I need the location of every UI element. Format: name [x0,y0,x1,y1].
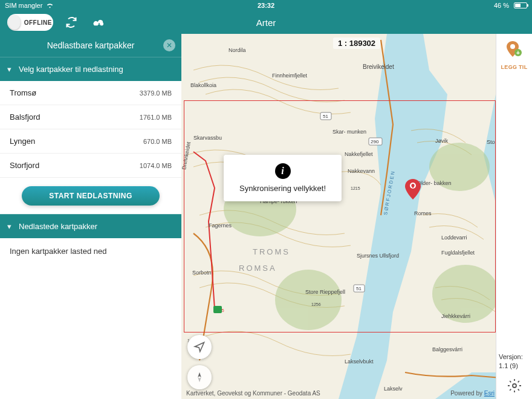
locate-button[interactable] [187,335,212,359]
version-info: Versjon:1.1 (9) [499,352,530,370]
clock: 23:32 [258,2,274,9]
sidebar: Nedlastbare kartpakker ✕ ▾ Velg kartpakk… [0,34,181,399]
esri-link[interactable]: Esri [484,390,495,397]
svg-text:51: 51 [323,114,328,119]
svg-text:+: + [516,50,520,56]
svg-text:Sjursnes
Ullsfjord: Sjursnes Ullsfjord [357,253,399,259]
chevron-down-icon: ▾ [7,65,11,74]
app-title: Arter [256,18,276,28]
chevron-down-icon: ▾ [7,222,11,231]
start-download-button[interactable]: START NEDLASTNING [22,186,160,206]
svg-text:Fagernes: Fagernes [209,222,232,229]
offline-label: OFFLINE [24,19,52,26]
battery-pct: 46 % [494,2,509,9]
close-sidebar-button[interactable]: ✕ [163,39,175,51]
map-attribution: Kartverket, Geovekst og Kommuner - Geoda… [186,390,320,397]
package-item[interactable]: Lyngen 670.0 MB [0,129,181,154]
svg-text:Breivikeidet: Breivikeidet [363,63,394,70]
empty-message: Ingen kartpakker lasted ned [0,238,181,264]
svg-text:Romes: Romes [414,210,432,216]
popup-text: Synkronisering vellykket! [239,184,326,193]
svg-text:Store
Rieppefjell: Store Rieppefjell [305,289,345,295]
package-item[interactable]: Balsfjord 1761.0 MB [0,105,181,129]
add-feature-button[interactable]: + LEGG TIL [496,34,532,77]
svg-text:1215: 1215 [351,186,360,190]
map-scale: 1 : 189302 [333,37,380,49]
info-icon: i [275,163,291,179]
svg-marker-46 [198,372,201,377]
powered-by: Powered by Esri [450,390,495,397]
svg-text:Skar-
munken: Skar- munken [332,129,366,135]
svg-text:Sorbotn: Sorbotn [192,270,212,276]
svg-point-2 [275,270,342,330]
top-toolbar: OFFLINE Arter [0,11,532,34]
cloud-download-button[interactable] [89,13,109,32]
svg-text:Lakselv: Lakselv [384,386,403,392]
right-rail: + LEGG TIL Versjon:1.1 (9) [496,34,532,399]
svg-text:1256: 1256 [311,302,321,307]
svg-text:Loddevarri: Loddevarri [441,235,467,241]
wifi-icon [46,2,54,8]
compass-button[interactable] [187,365,212,389]
svg-point-51 [513,384,516,388]
svg-point-48 [510,44,515,49]
svg-text:Blakollkoia: Blakollkoia [190,82,216,88]
map-marker[interactable] [405,179,421,202]
battery-icon [514,2,527,8]
sidebar-header: Nedlastbare kartpakker ✕ [0,34,181,57]
svg-text:Balggesvárri: Balggesvárri [432,346,462,352]
svg-text:Lakselvbukt: Lakselvbukt [345,358,374,365]
carrier-text: SIM mangler [5,2,42,9]
svg-rect-44 [213,306,222,313]
map[interactable]: Blakollkoia Nordila Finnheimfjellet Brei… [181,34,532,399]
svg-text:TROMS: TROMS [253,247,290,256]
status-bar: SIM mangler 23:32 46 % [0,0,532,11]
svg-marker-47 [198,377,201,382]
svg-text:51: 51 [356,286,362,291]
svg-text:Older-
bakken: Older- bakken [417,180,452,186]
svg-text:Nakkefjellet: Nakkefjellet [345,151,373,157]
package-item[interactable]: Storfjord 1074.0 MB [0,154,181,178]
package-item[interactable]: Tromsø 3379.0 MB [0,81,181,105]
svg-text:ROMSA: ROMSA [239,264,277,273]
svg-text:Jiehkkevárri: Jiehkkevárri [441,313,470,319]
offline-toggle[interactable]: OFFLINE [7,14,53,31]
settings-button[interactable] [496,378,532,393]
svg-text:Nakkevann: Nakkevann [348,168,375,174]
sidebar-title: Nedlastbare kartpakker [47,41,135,50]
map-canvas[interactable]: Blakollkoia Nordila Finnheimfjellet Brei… [181,34,532,399]
svg-text:290: 290 [371,139,379,144]
sync-success-popup: i Synkronisering vellykket! [224,155,342,201]
section-available[interactable]: ▾ Velg kartpakker til nedlastning [0,57,181,81]
svg-text:Skarvassbu: Skarvassbu [193,135,222,141]
svg-text:Fugldalsfjellet: Fugldalsfjellet [441,250,475,256]
svg-text:Jøvik: Jøvik [435,138,448,144]
svg-text:Nordila: Nordila [229,47,246,53]
svg-text:Finnheimfjellet: Finnheimfjellet [272,73,308,79]
section-downloaded[interactable]: ▾ Nedlastede kartpakker [0,214,181,238]
sync-button[interactable] [62,13,81,32]
